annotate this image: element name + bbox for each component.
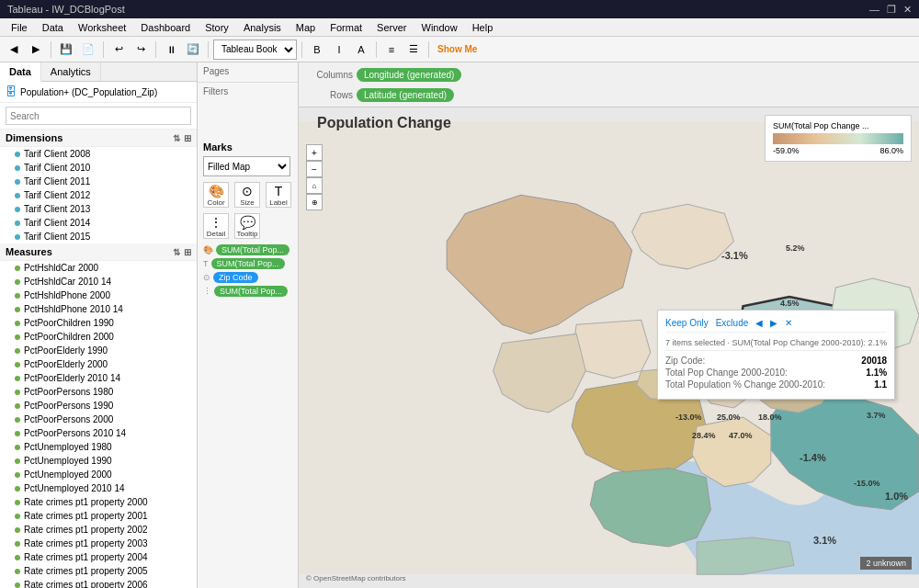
menu-item-server[interactable]: Server xyxy=(369,18,414,37)
measure-item[interactable]: PctHshldCar 2000 xyxy=(0,261,197,275)
measure-item[interactable]: PctUnemployed 1990 xyxy=(0,454,197,468)
measure-item[interactable]: Rate crimes pt1 property 2003 xyxy=(0,537,197,550)
tooltip-row-pct: Total Population % Change 2000-2010: 1.1 xyxy=(665,379,887,390)
columns-pill[interactable]: Longitude (generated) xyxy=(357,68,461,82)
measure-item[interactable]: Rate crimes pt1 property 2004 xyxy=(0,550,197,564)
toolbar-italic[interactable]: I xyxy=(329,40,349,60)
toolbar-align-center[interactable]: ☰ xyxy=(403,40,424,60)
toolbar-show-me[interactable]: Show Me xyxy=(434,40,481,60)
measure-item[interactable]: PctPoorChildren 1990 xyxy=(0,316,197,330)
measure-item[interactable]: PctHshldCar 2010 14 xyxy=(0,275,197,288)
measure-item[interactable]: Rate crimes pt1 property 2000 xyxy=(0,495,197,509)
legend: SUM(Total Pop Change ... -59.0% 86.0% xyxy=(765,115,912,162)
measure-item[interactable]: PctPoorPersons 1980 xyxy=(0,385,197,399)
dimension-item[interactable]: Tarif Client 2014 xyxy=(0,216,197,230)
tooltip-arrow-left[interactable]: ◀ xyxy=(755,318,763,328)
menu-item-map[interactable]: Map xyxy=(289,18,323,37)
dimension-item[interactable]: Tarif Client 2008 xyxy=(0,147,197,161)
menu-item-help[interactable]: Help xyxy=(465,18,501,37)
measure-item[interactable]: PctHshldPhone 2000 xyxy=(0,288,197,302)
measure-item[interactable]: Rate crimes pt1 property 2001 xyxy=(0,509,197,523)
dimension-item[interactable]: Tarif Client 2015 xyxy=(0,230,197,243)
maximize-btn[interactable]: ❐ xyxy=(887,4,896,16)
measure-item[interactable]: Rate crimes pt1 property 2002 xyxy=(0,523,197,537)
tooltip-close[interactable]: ✕ xyxy=(785,318,792,328)
toolbar-sep-6 xyxy=(376,41,377,58)
measure-item[interactable]: PctHshldPhone 2010 14 xyxy=(0,302,197,316)
toolbar-bold[interactable]: B xyxy=(307,40,327,60)
marks-tooltip-btn[interactable]: 💬 Tooltip xyxy=(234,213,260,239)
map-zoom-out[interactable]: − xyxy=(306,161,323,177)
measure-item[interactable]: Rate crimes pt1 property 2006 xyxy=(0,578,197,588)
toolbar-save[interactable]: 💾 xyxy=(56,40,76,60)
dim-sort-btn[interactable]: ⇅ xyxy=(173,133,180,143)
tooltip-pct-value: 1.1 xyxy=(874,379,887,390)
tooltip-arrow-right[interactable]: ▶ xyxy=(770,318,777,328)
toolbar-undo[interactable]: ↩ xyxy=(108,40,129,60)
toolbar-pause[interactable]: ⏸ xyxy=(161,40,181,60)
tooltip-row-zip: Zip Code: 20018 xyxy=(665,356,887,366)
meas-dot xyxy=(15,362,20,368)
toolbar-font[interactable]: Tableau Book xyxy=(213,40,297,60)
toolbar-redo[interactable]: ↪ xyxy=(130,40,151,60)
menu-item-format[interactable]: Format xyxy=(323,18,369,37)
minimize-btn[interactable]: — xyxy=(869,4,879,16)
keep-only-btn[interactable]: Keep Only xyxy=(665,318,709,328)
meas-sort-btn[interactable]: ⇅ xyxy=(173,247,180,257)
map-home[interactable]: ⌂ xyxy=(306,177,323,194)
close-btn[interactable]: ✕ xyxy=(903,4,912,16)
exclude-btn[interactable]: Exclude xyxy=(716,318,749,328)
filters-panel: Filters xyxy=(198,83,298,138)
measure-item[interactable]: PctPoorPersons 2000 xyxy=(0,413,197,426)
dimension-item[interactable]: Tarif Client 2012 xyxy=(0,188,197,202)
map-area[interactable]: Population Change xyxy=(299,107,919,588)
meas-expand-btn[interactable]: ⊞ xyxy=(184,247,191,257)
measure-item[interactable]: PctPoorPersons 1990 xyxy=(0,399,197,413)
marks-field-4-pill[interactable]: SUM(Total Pop... xyxy=(214,286,288,297)
toolbar-refresh[interactable]: 🔄 xyxy=(183,40,203,60)
menu-item-analysis[interactable]: Analysis xyxy=(236,18,289,37)
marks-detail-btn[interactable]: ⋮ Detail xyxy=(203,213,229,239)
map-search[interactable]: ⊕ xyxy=(306,194,323,210)
marks-field-1-pill[interactable]: SUM(Total Pop... xyxy=(216,244,289,255)
dimension-item[interactable]: Tarif Client 2013 xyxy=(0,202,197,216)
measure-item[interactable]: PctPoorElderly 2010 14 xyxy=(0,371,197,385)
tooltip-zip-value: 20018 xyxy=(861,356,887,366)
analytics-tab[interactable]: Analytics xyxy=(41,62,101,81)
menu-item-dashboard[interactable]: Dashboard xyxy=(133,18,198,37)
map-zoom-in[interactable]: + xyxy=(306,144,323,161)
filters-title: Filters xyxy=(203,86,292,96)
menu-item-data[interactable]: Data xyxy=(35,18,71,37)
measure-item[interactable]: PctPoorPersons 2010 14 xyxy=(0,426,197,440)
measure-item[interactable]: PctUnemployed 2010 14 xyxy=(0,481,197,495)
dimension-item[interactable]: Tarif Client 2010 xyxy=(0,161,197,175)
marks-size-btn[interactable]: ⊙ Size xyxy=(234,182,260,208)
marks-type-select[interactable]: Filled Map xyxy=(203,156,290,176)
menu-item-story[interactable]: Story xyxy=(198,18,236,37)
measure-item[interactable]: PctPoorChildren 2000 xyxy=(0,330,197,344)
toolbar-back[interactable]: ◀ xyxy=(4,40,24,60)
data-source-selector[interactable]: 🗄 Population+ (DC_Population_Zip) xyxy=(0,82,197,103)
toolbar-align-left[interactable]: ≡ xyxy=(381,40,402,60)
toolbar-forward[interactable]: ▶ xyxy=(26,40,46,60)
marks-label-btn[interactable]: T Label xyxy=(266,182,291,208)
meas-dot xyxy=(15,403,20,409)
menu-item-worksheet[interactable]: Worksheet xyxy=(71,18,133,37)
dimension-item[interactable]: Tarif Client 2011 xyxy=(0,175,197,188)
menu-item-file[interactable]: File xyxy=(4,18,35,37)
marks-color-btn[interactable]: 🎨 Color xyxy=(203,182,229,208)
measure-item[interactable]: PctUnemployed 2000 xyxy=(0,468,197,481)
data-tab[interactable]: Data xyxy=(0,62,41,82)
dim-expand-btn[interactable]: ⊞ xyxy=(184,133,191,143)
marks-field-3-pill[interactable]: Zip Code xyxy=(213,272,258,283)
search-input[interactable] xyxy=(6,107,191,125)
measure-item[interactable]: PctUnemployed 1980 xyxy=(0,440,197,454)
rows-pill[interactable]: Latitude (generated) xyxy=(357,88,454,102)
measure-item[interactable]: PctPoorElderly 2000 xyxy=(0,357,197,371)
marks-field-2-pill[interactable]: SUM(Total Pop... xyxy=(211,258,285,269)
toolbar-format[interactable]: A xyxy=(351,40,371,60)
measure-item[interactable]: Rate crimes pt1 property 2005 xyxy=(0,564,197,578)
menu-item-window[interactable]: Window xyxy=(414,18,465,37)
toolbar-new[interactable]: 📄 xyxy=(78,40,98,60)
measure-item[interactable]: PctPoorElderly 1990 xyxy=(0,344,197,357)
